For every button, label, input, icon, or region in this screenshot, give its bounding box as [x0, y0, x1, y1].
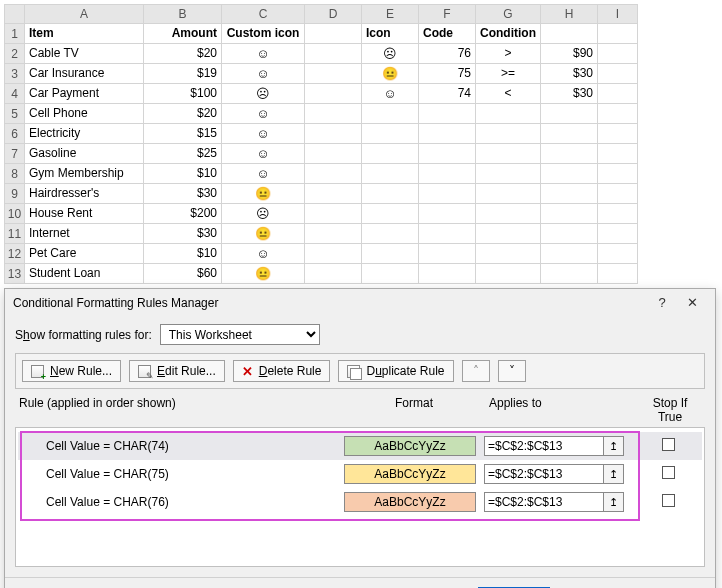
cell[interactable] [597, 44, 637, 64]
cell[interactable]: 😐 [222, 264, 305, 284]
cell[interactable] [597, 184, 637, 204]
cell[interactable] [597, 224, 637, 244]
cell[interactable] [305, 184, 362, 204]
cell[interactable] [597, 244, 637, 264]
rule-row[interactable]: Cell Value = CHAR(76)AaBbCcYyZz↥ [18, 488, 702, 516]
cell[interactable]: < [476, 84, 541, 104]
new-rule-button[interactable]: New Rule... [22, 360, 121, 382]
row-header[interactable]: 10 [5, 204, 25, 224]
cell[interactable]: $30 [540, 64, 597, 84]
stop-if-true-checkbox[interactable] [662, 438, 675, 451]
table-row[interactable]: 9Hairdresser's$30😐 [5, 184, 638, 204]
cell[interactable]: $10 [144, 244, 222, 264]
cell[interactable]: Cell Phone [25, 104, 144, 124]
cell[interactable]: $30 [540, 84, 597, 104]
cell[interactable] [597, 24, 637, 44]
cell[interactable]: >= [476, 64, 541, 84]
close-icon[interactable]: ✕ [677, 295, 707, 310]
cell[interactable] [540, 124, 597, 144]
table-row[interactable]: 4Car Payment$100☹☺74<$30 [5, 84, 638, 104]
cell[interactable] [362, 164, 419, 184]
cell[interactable]: $100 [144, 84, 222, 104]
col-header-A[interactable]: A [25, 5, 144, 24]
cell[interactable] [362, 264, 419, 284]
cell[interactable] [305, 84, 362, 104]
table-row[interactable]: 12Pet Care$10☺ [5, 244, 638, 264]
cell[interactable]: Hairdresser's [25, 184, 144, 204]
applies-to-input[interactable] [484, 492, 604, 512]
delete-rule-button[interactable]: ✕ Delete Rule [233, 360, 331, 382]
cell[interactable]: $15 [144, 124, 222, 144]
row-header[interactable]: 3 [5, 64, 25, 84]
cell[interactable]: $20 [144, 44, 222, 64]
cell[interactable]: ☹ [222, 84, 305, 104]
col-header-I[interactable]: I [597, 5, 637, 24]
col-header-C[interactable]: C [222, 5, 305, 24]
cell[interactable] [540, 104, 597, 124]
cell[interactable] [362, 144, 419, 164]
cell[interactable] [540, 184, 597, 204]
col-header-B[interactable]: B [144, 5, 222, 24]
cell[interactable]: Electricity [25, 124, 144, 144]
cell[interactable]: ☺ [222, 44, 305, 64]
cell[interactable] [305, 24, 362, 44]
cell[interactable] [362, 204, 419, 224]
cell[interactable]: Student Loan [25, 264, 144, 284]
help-button[interactable]: ? [647, 295, 677, 310]
range-picker-icon[interactable]: ↥ [604, 464, 624, 484]
rule-row[interactable]: Cell Value = CHAR(75)AaBbCcYyZz↥ [18, 460, 702, 488]
cell[interactable] [597, 104, 637, 124]
col-header-D[interactable]: D [305, 5, 362, 24]
cell[interactable] [419, 264, 476, 284]
cell[interactable] [305, 164, 362, 184]
cell[interactable]: Gasoline [25, 144, 144, 164]
select-all-corner[interactable] [5, 5, 25, 24]
cell[interactable]: 75 [419, 64, 476, 84]
cell[interactable] [305, 124, 362, 144]
cell[interactable] [362, 244, 419, 264]
range-picker-icon[interactable]: ↥ [604, 492, 624, 512]
cell[interactable] [597, 124, 637, 144]
stop-if-true-checkbox[interactable] [662, 466, 675, 479]
row-header[interactable]: 6 [5, 124, 25, 144]
cell[interactable]: ☹ [222, 204, 305, 224]
edit-rule-button[interactable]: Edit Rule... [129, 360, 225, 382]
cell[interactable]: Car Insurance [25, 64, 144, 84]
cell[interactable]: $30 [144, 224, 222, 244]
cell[interactable]: > [476, 44, 541, 64]
row-header[interactable]: 2 [5, 44, 25, 64]
cell[interactable] [540, 224, 597, 244]
cell[interactable] [540, 144, 597, 164]
rule-row[interactable]: Cell Value = CHAR(74)AaBbCcYyZz↥ [18, 432, 702, 460]
cell[interactable]: Internet [25, 224, 144, 244]
cell[interactable] [419, 244, 476, 264]
col-header-H[interactable]: H [540, 5, 597, 24]
show-rules-dropdown[interactable]: This Worksheet [160, 324, 320, 345]
cell[interactable] [305, 104, 362, 124]
cell[interactable] [305, 224, 362, 244]
move-down-button[interactable]: ˅ [498, 360, 526, 382]
table-row[interactable]: 8Gym Membership$10☺ [5, 164, 638, 184]
col-header-G[interactable]: G [476, 5, 541, 24]
cell[interactable] [476, 124, 541, 144]
row-header[interactable]: 11 [5, 224, 25, 244]
cell[interactable] [362, 224, 419, 244]
cell[interactable] [419, 224, 476, 244]
applies-to-input[interactable] [484, 464, 604, 484]
cell[interactable] [540, 164, 597, 184]
cell[interactable] [476, 264, 541, 284]
table-row[interactable]: 1ItemAmountCustom iconIconCodeCondition [5, 24, 638, 44]
cell[interactable] [419, 124, 476, 144]
cell[interactable]: ☺ [222, 244, 305, 264]
duplicate-rule-button[interactable]: Duplicate Rule [338, 360, 453, 382]
cell[interactable]: Item [25, 24, 144, 44]
cell[interactable] [597, 64, 637, 84]
spreadsheet-grid[interactable]: A B C D E F G H I 1ItemAmountCustom icon… [4, 4, 638, 284]
row-header[interactable]: 7 [5, 144, 25, 164]
cell[interactable]: ☺ [362, 84, 419, 104]
row-header[interactable]: 4 [5, 84, 25, 104]
applies-to-input[interactable] [484, 436, 604, 456]
cell[interactable] [362, 104, 419, 124]
cell[interactable]: 76 [419, 44, 476, 64]
cell[interactable] [419, 104, 476, 124]
